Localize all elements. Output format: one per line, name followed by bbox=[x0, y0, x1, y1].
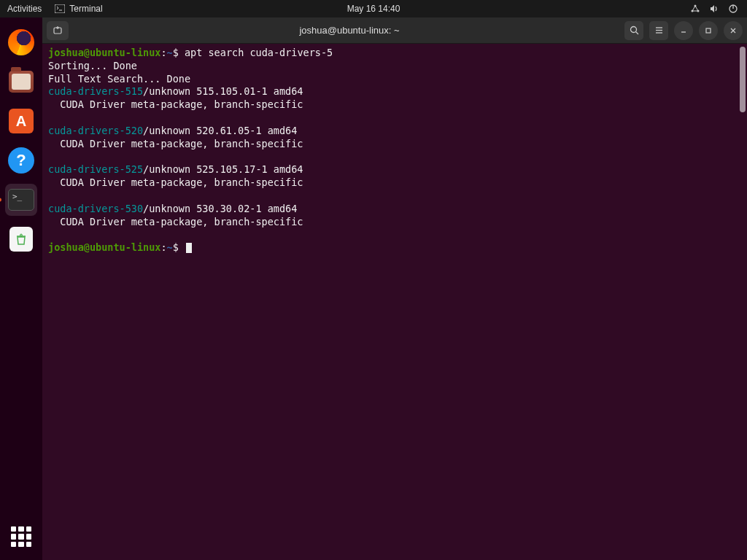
minimize-button[interactable] bbox=[674, 21, 693, 40]
files-icon bbox=[9, 71, 34, 93]
maximize-icon bbox=[705, 27, 712, 34]
terminal-line bbox=[48, 151, 741, 164]
terminal-body[interactable]: joshua@ubuntu-linux:~$ apt search cuda-d… bbox=[42, 44, 747, 560]
show-applications[interactable] bbox=[11, 526, 31, 547]
new-tab-icon bbox=[53, 26, 63, 36]
cursor bbox=[186, 243, 192, 253]
app-menu-label: Terminal bbox=[69, 4, 102, 14]
terminal-app-icon bbox=[8, 189, 34, 211]
app-menu[interactable]: Terminal bbox=[55, 4, 102, 14]
terminal-line: cuda-drivers-520/unknown 520.61.05-1 amd… bbox=[48, 125, 741, 138]
close-button[interactable] bbox=[724, 21, 743, 40]
terminal-line: CUDA Driver meta-package, branch-specifi… bbox=[48, 216, 741, 229]
svg-rect-0 bbox=[55, 4, 65, 13]
maximize-button[interactable] bbox=[699, 21, 718, 40]
dock-firefox[interactable] bbox=[5, 26, 37, 58]
titlebar: joshua@ubuntu-linux: ~ bbox=[42, 18, 747, 44]
gnome-topbar: Activities Terminal May 16 14:40 bbox=[0, 0, 747, 18]
dock: ? bbox=[0, 18, 42, 560]
software-icon bbox=[9, 109, 34, 133]
dock-terminal[interactable] bbox=[5, 184, 37, 216]
terminal-line: Full Text Search... Done bbox=[48, 73, 741, 86]
window-title: joshua@ubuntu-linux: ~ bbox=[74, 25, 624, 36]
terminal-line: cuda-drivers-530/unknown 530.30.02-1 amd… bbox=[48, 203, 741, 216]
terminal-line: cuda-drivers-515/unknown 515.105.01-1 am… bbox=[48, 85, 741, 98]
terminal-icon bbox=[55, 4, 65, 13]
trash-icon bbox=[9, 227, 33, 252]
search-icon bbox=[630, 26, 639, 35]
terminal-line bbox=[48, 112, 741, 125]
terminal-window: joshua@ubuntu-linux: ~ joshua@ubuntu-lin… bbox=[42, 18, 747, 560]
dock-help[interactable]: ? bbox=[5, 144, 37, 176]
clock[interactable]: May 16 14:40 bbox=[347, 4, 400, 14]
terminal-line bbox=[48, 228, 741, 241]
dock-software[interactable] bbox=[5, 105, 37, 137]
terminal-line: CUDA Driver meta-package, branch-specifi… bbox=[48, 138, 741, 151]
terminal-line: joshua@ubuntu-linux:~$ apt search cuda-d… bbox=[48, 47, 741, 60]
terminal-line: Sorting... Done bbox=[48, 60, 741, 73]
power-icon[interactable] bbox=[728, 4, 738, 14]
terminal-line: CUDA Driver meta-package, branch-specifi… bbox=[48, 176, 741, 190]
activities-button[interactable]: Activities bbox=[7, 4, 42, 14]
volume-icon[interactable] bbox=[709, 4, 719, 14]
firefox-icon bbox=[8, 29, 34, 55]
minimize-icon bbox=[680, 27, 687, 34]
svg-line-11 bbox=[635, 32, 638, 35]
scrollbar[interactable] bbox=[740, 47, 746, 112]
menu-button[interactable] bbox=[649, 21, 668, 40]
hamburger-icon bbox=[654, 26, 664, 35]
new-tab-button[interactable] bbox=[47, 21, 69, 40]
dock-trash[interactable] bbox=[5, 223, 37, 255]
terminal-line: CUDA Driver meta-package, branch-specifi… bbox=[48, 98, 741, 112]
svg-rect-16 bbox=[706, 28, 711, 33]
network-icon[interactable] bbox=[690, 4, 700, 14]
close-icon bbox=[729, 27, 737, 34]
help-icon: ? bbox=[8, 147, 34, 174]
terminal-line: cuda-drivers-525/unknown 525.105.17-1 am… bbox=[48, 163, 741, 176]
terminal-line bbox=[48, 190, 741, 203]
svg-point-10 bbox=[630, 27, 636, 33]
search-button[interactable] bbox=[624, 21, 643, 40]
terminal-prompt: joshua@ubuntu-linux:~$ bbox=[48, 241, 741, 254]
dock-files[interactable] bbox=[5, 66, 37, 98]
